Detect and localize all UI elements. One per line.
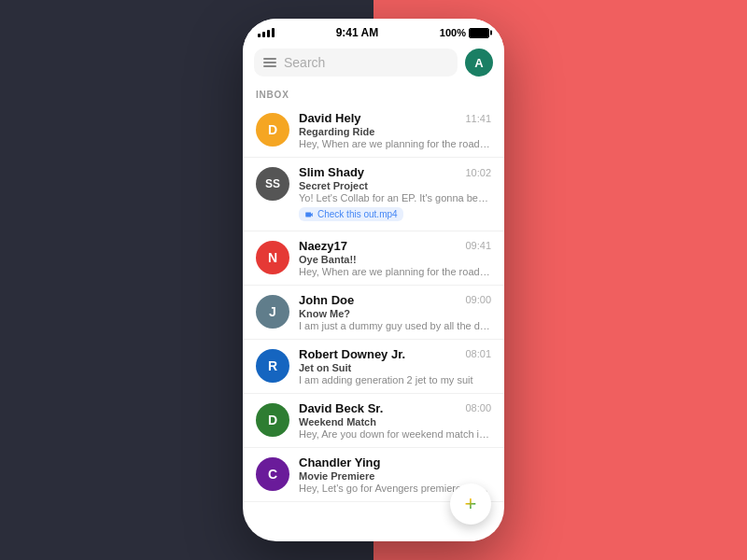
conversation-item[interactable]: DDavid Beck Sr.08:00Weekend MatchHey, Ar… [243,394,504,448]
conv-avatar: C [256,457,289,491]
conv-content: David Beck Sr.08:00Weekend MatchHey, Are… [299,401,491,440]
conv-name: David Beck Sr. [299,401,383,415]
conv-preview: I am adding generation 2 jet to my suit [299,374,491,385]
conv-preview: I am just a dummy guy used by all the de… [299,320,491,331]
conv-avatar: SS [256,167,289,201]
conv-avatar: D [256,403,289,437]
search-placeholder: Search [284,55,448,70]
battery-fill [470,29,488,37]
conv-content: Naezy1709:41Oye Banta!!Hey, When are we … [299,239,491,277]
status-time: 9:41 AM [336,26,379,39]
phone-frame: 9:41 AM 100% Search A INBOX DDavid Hely1… [243,19,504,541]
conv-subject: Jet on Suit [299,362,491,373]
search-bar: Search A [243,43,504,84]
conv-content: David Hely11:41Regarding RideHey, When a… [299,111,491,149]
hamburger-icon[interactable] [263,58,276,67]
conv-name: John Doe [299,293,354,307]
conv-preview: Hey, When are we planning for the road t… [299,138,491,149]
conv-time: 09:41 [465,240,491,251]
conversation-item[interactable]: JJohn Doe09:00Know Me?I am just a dummy … [243,286,504,340]
battery-area: 100% [440,27,489,38]
signal-bar-2 [262,32,265,37]
conv-preview: Hey, Are you down for weekend match in T… [299,428,491,440]
signal-icon [258,28,275,37]
conv-avatar: N [256,241,289,274]
conv-avatar: D [256,113,289,147]
signal-bar-4 [272,28,275,37]
conv-time: 08:00 [465,402,491,413]
conv-preview: Yo! Let's Collab for an EP. It's gonna b… [299,192,491,204]
conv-name: Naezy17 [299,239,347,253]
conv-content: John Doe09:00Know Me?I am just a dummy g… [299,293,491,331]
search-input-wrap[interactable]: Search [254,49,458,77]
conv-subject: Secret Project [299,180,491,191]
conv-subject: Oye Banta!! [299,254,491,265]
conv-avatar: J [256,295,289,329]
status-bar: 9:41 AM 100% [243,19,504,43]
compose-fab[interactable] [450,483,491,525]
conversation-item[interactable]: NNaezy1709:41Oye Banta!!Hey, When are we… [243,231,504,286]
conv-content: Robert Downey Jr.08:01Jet on SuitI am ad… [299,347,491,385]
inbox-label: INBOX [243,84,504,104]
conv-name: Robert Downey Jr. [299,347,405,361]
conv-name: David Hely [299,111,360,125]
conv-time: 08:01 [465,348,491,359]
conv-preview: Hey, When are we planning for the road t… [299,266,491,277]
conversation-item[interactable]: RRobert Downey Jr.08:01Jet on SuitI am a… [243,340,504,394]
compose-plus-icon [461,495,480,513]
conv-content: Slim Shady10:02Secret ProjectYo! Let's C… [299,165,491,223]
battery-percent: 100% [440,27,466,38]
conv-subject: Movie Premiere [299,470,491,482]
conversation-item[interactable]: DDavid Hely11:41Regarding RideHey, When … [243,104,504,158]
conv-name: Chandler Ying [299,455,380,469]
conv-time: 10:02 [465,167,491,178]
conversation-item[interactable]: SSSlim Shady10:02Secret ProjectYo! Let's… [243,158,504,231]
conv-subject: Know Me? [299,308,491,319]
signal-bar-1 [258,34,261,37]
signal-bar-3 [267,30,270,37]
conv-name: Slim Shady [299,165,364,179]
user-avatar[interactable]: A [465,49,493,77]
conv-subject: Regarding Ride [299,126,491,137]
conv-time: 09:00 [465,294,491,305]
battery-icon [469,28,489,38]
conversation-list: DDavid Hely11:41Regarding RideHey, When … [243,104,504,524]
conv-avatar: R [256,349,289,383]
conv-subject: Weekend Match [299,416,491,427]
attachment-badge: Check this out.mp4 [299,207,403,221]
conv-time: 11:41 [465,113,491,124]
